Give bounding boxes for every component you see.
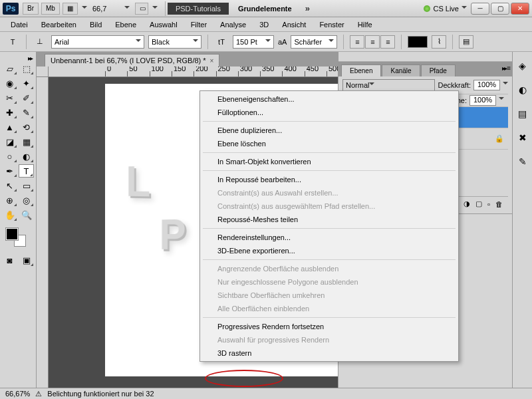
history-panel-icon[interactable]: ▤: [516, 108, 529, 120]
context-menu-item[interactable]: Repoussé-Meshes teilen: [201, 213, 457, 226]
context-menu-item[interactable]: Progressives Rendern fortsetzen: [201, 320, 457, 333]
marquee-tool[interactable]: ⬚: [19, 62, 34, 75]
healing-tool[interactable]: ✚: [2, 106, 17, 119]
delete-layer-icon[interactable]: 🗑: [495, 200, 503, 208]
workspace-tab-grundelemente[interactable]: Grundelemente: [230, 3, 300, 15]
shape-tool[interactable]: ▭: [19, 179, 34, 192]
tab-ebenen[interactable]: Ebenen: [341, 65, 381, 76]
gradient-tool[interactable]: ▦: [19, 135, 34, 148]
move-tool[interactable]: ▱: [2, 62, 17, 75]
menu-filter[interactable]: Filter: [186, 19, 212, 30]
zoom-level[interactable]: 66,7: [92, 5, 123, 13]
adjustments-panel-icon[interactable]: ◐: [516, 84, 529, 96]
chevron-right-icon[interactable]: [503, 82, 508, 88]
font-size-icon: tT: [214, 35, 229, 49]
opacity-input[interactable]: 100%: [473, 80, 500, 90]
dodge-tool[interactable]: ◐: [19, 150, 34, 163]
zoom-tool[interactable]: 🔍: [19, 208, 34, 221]
blur-tool[interactable]: ○: [2, 150, 17, 163]
menu-3d[interactable]: 3D: [254, 19, 274, 30]
maximize-button[interactable]: ▢: [491, 3, 509, 15]
tab-kanaele[interactable]: Kanäle: [382, 65, 420, 76]
menu-auswahl[interactable]: Auswahl: [144, 19, 183, 30]
menu-bearbeiten[interactable]: Bearbeiten: [36, 19, 82, 30]
ruler-vertical[interactable]: [37, 77, 49, 388]
menu-ansicht[interactable]: Ansicht: [277, 19, 311, 30]
close-icon[interactable]: ×: [210, 57, 214, 65]
font-weight-combo[interactable]: Black: [148, 35, 201, 49]
bridge-button[interactable]: Br: [23, 3, 39, 15]
warp-text-button[interactable]: ⌇: [432, 35, 446, 49]
group-icon[interactable]: ▢: [475, 200, 482, 208]
eyedropper-tool[interactable]: ✐: [19, 91, 34, 104]
chevron-down-icon[interactable]: [123, 5, 131, 13]
brush-tool[interactable]: ✎: [19, 106, 34, 119]
menu-datei[interactable]: Datei: [5, 19, 33, 30]
type-tool[interactable]: T: [19, 164, 34, 178]
align-left-button[interactable]: ≡: [350, 35, 364, 49]
align-right-button[interactable]: ≡: [380, 35, 395, 49]
context-menu-item[interactable]: Rendereinstellungen...: [201, 231, 457, 244]
chevron-right-icon[interactable]: [499, 97, 504, 104]
lasso-tool[interactable]: ◉: [2, 76, 17, 90]
antialias-combo[interactable]: Schärfer: [291, 35, 337, 49]
font-family-combo[interactable]: Arial: [51, 35, 144, 49]
screen-mode-button[interactable]: ▦: [63, 3, 78, 15]
stamp-tool[interactable]: ▲: [2, 120, 17, 134]
menu-hilfe[interactable]: Hilfe: [352, 19, 378, 30]
status-zoom[interactable]: 66,67%: [5, 390, 30, 398]
font-size-combo[interactable]: 150 Pt: [233, 35, 274, 49]
quick-mask-button[interactable]: ◙: [2, 253, 17, 267]
ruler-horizontal[interactable]: 050100150200250300350400450500550600: [49, 66, 338, 77]
adjustment-layer-icon[interactable]: ◑: [464, 200, 470, 208]
cs-live-button[interactable]: CS Live: [424, 5, 467, 13]
align-center-button[interactable]: ≡: [365, 35, 380, 49]
context-menu-item[interactable]: 3D-Ebene exportieren...: [201, 244, 457, 257]
context-menu-item[interactable]: 3D rastern: [201, 346, 457, 360]
menu-analyse[interactable]: Analyse: [215, 19, 251, 30]
brushes-panel-icon[interactable]: ✎: [516, 156, 529, 168]
3d-camera-tool[interactable]: ◎: [19, 194, 34, 207]
hand-tool[interactable]: ✋: [2, 208, 17, 221]
magic-wand-tool[interactable]: ✦: [19, 76, 34, 90]
character-panel-button[interactable]: ▤: [459, 35, 473, 49]
context-menu-item[interactable]: In Repoussé bearbeiten...: [201, 173, 457, 186]
chevron-down-icon[interactable]: [80, 5, 88, 13]
pen-tool[interactable]: ✒: [2, 164, 17, 178]
minibridge-button[interactable]: Mb: [41, 3, 60, 15]
collapse-icon[interactable]: ▸▸: [2, 55, 34, 62]
more-workspaces-icon[interactable]: »: [305, 3, 308, 13]
context-menu-item[interactable]: Ebene duplizieren...: [201, 124, 457, 137]
text-orientation-button[interactable]: ⊥: [33, 35, 47, 49]
context-menu-item[interactable]: Fülloptionen...: [201, 106, 457, 119]
color-swatches[interactable]: [2, 227, 34, 251]
menu-fenster[interactable]: Fenster: [314, 19, 349, 30]
ruler-origin[interactable]: [37, 66, 49, 77]
menu-ebene[interactable]: Ebene: [110, 19, 142, 30]
context-menu-item[interactable]: Ebeneneigenschaften...: [201, 92, 457, 106]
tab-pfade[interactable]: Pfade: [421, 65, 456, 76]
context-menu-item[interactable]: In Smart-Objekt konvertieren: [201, 155, 457, 168]
text-color-swatch[interactable]: [408, 36, 428, 48]
path-select-tool[interactable]: ↖: [2, 179, 17, 192]
context-menu-item[interactable]: Ebene löschen: [201, 137, 457, 150]
close-button[interactable]: ✕: [511, 3, 529, 15]
tools-panel-icon[interactable]: ✖: [516, 132, 529, 144]
minimize-button[interactable]: ─: [471, 3, 489, 15]
eraser-tool[interactable]: ◪: [2, 135, 17, 148]
history-brush-tool[interactable]: ⟲: [19, 120, 34, 134]
workspace-tab-psd-tutorials[interactable]: PSD-Tutorials: [168, 3, 229, 15]
foreground-color-swatch[interactable]: [6, 228, 18, 240]
3d-rotate-tool[interactable]: ⊕: [2, 194, 17, 207]
new-layer-icon[interactable]: ▫: [487, 200, 490, 208]
document-tab[interactable]: Unbenannt-1 bei 66,7% (I LOVE PSD, RGB/8…: [45, 54, 219, 66]
panel-menu-icon[interactable]: ▸▸ ≡: [502, 65, 509, 72]
screen-mode-tool[interactable]: ▣: [19, 253, 34, 267]
chevron-down-icon[interactable]: [151, 5, 159, 13]
fill-input[interactable]: 100%: [469, 95, 496, 106]
crop-tool[interactable]: ✂: [2, 91, 17, 104]
blend-mode-combo[interactable]: Normal: [342, 79, 435, 91]
menu-bild[interactable]: Bild: [84, 19, 107, 30]
view-extras-button[interactable]: ▭: [135, 3, 148, 15]
layers-panel-icon[interactable]: ◈: [516, 60, 529, 72]
